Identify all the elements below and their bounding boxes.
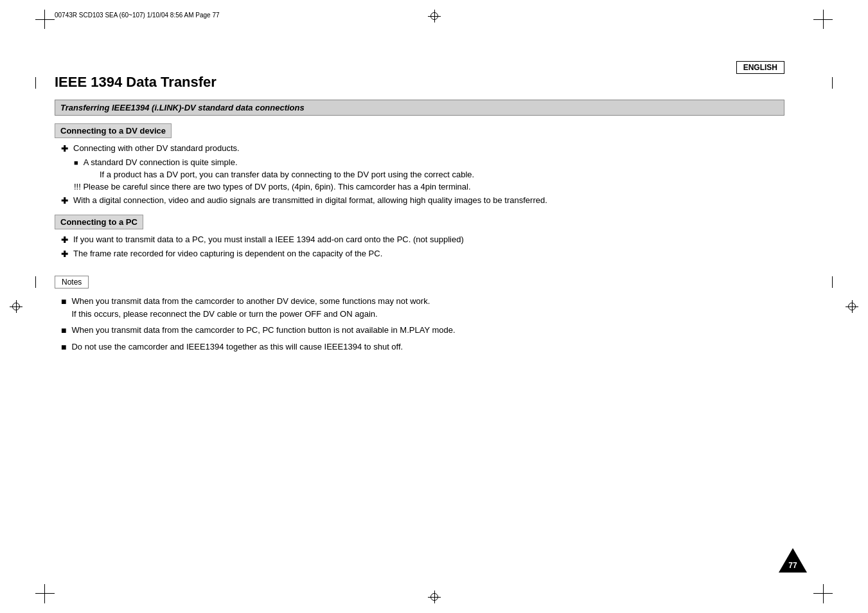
notes-label: Notes (55, 276, 89, 289)
bullet-item: !!! Please be careful since there are tw… (74, 182, 784, 191)
indent-text: If a product has a DV port, you can tran… (100, 170, 784, 179)
trim-mark (44, 584, 45, 603)
bullet-text: With a digital connection, video and aud… (73, 195, 547, 205)
subsection2-heading: Connecting to a PC (55, 215, 143, 229)
language-badge: ENGLISH (736, 61, 784, 74)
trim-mark (44, 10, 45, 29)
page-number-area: 77 (779, 548, 807, 574)
plus-icon: ✚ (61, 196, 68, 206)
note-text: Do not use the camcorder and IEEE1394 to… (71, 341, 403, 353)
plus-icon: ✚ (61, 235, 68, 245)
crosshair-left (10, 300, 22, 313)
plus-icon: ✚ (61, 144, 68, 154)
plus-icon: ✚ (61, 249, 68, 259)
bullet-item: ✚ With a digital connection, video and a… (61, 195, 784, 206)
square-bullet-icon: ■ (61, 296, 66, 306)
note-text: When you transmit data from the camcorde… (71, 295, 430, 320)
crosshair-top (428, 10, 441, 22)
note-item: ■ When you transmit data from the camcor… (61, 295, 784, 320)
trim-mark (823, 10, 824, 29)
side-line (832, 77, 833, 89)
bullet-text: If you want to transmit data to a PC, yo… (73, 235, 464, 244)
bullet-item: ✚ If you want to transmit data to a PC, … (61, 235, 784, 245)
square-bullet-icon: ■ (61, 342, 66, 352)
side-line (832, 276, 833, 288)
square-icon: ■ (74, 159, 78, 166)
trim-mark (35, 19, 55, 20)
trim-mark (35, 593, 55, 594)
content-area: IEEE 1394 Data Transfer Transferring IEE… (55, 74, 784, 562)
bullet-text: !!! Please be careful since there are tw… (74, 182, 471, 191)
page-title: IEEE 1394 Data Transfer (55, 74, 784, 91)
notes-section: ■ When you transmit data from the camcor… (61, 295, 784, 353)
bullet-text: Connecting with other DV standard produc… (73, 143, 240, 153)
crosshair-bottom (428, 591, 441, 603)
note-item: ■ Do not use the camcorder and IEEE1394 … (61, 341, 784, 353)
subsection1-heading: Connecting to a DV device (55, 123, 172, 138)
side-line (35, 77, 36, 89)
bullet-text: The frame rate recorded for video captur… (73, 249, 382, 258)
page-number: 77 (788, 561, 797, 570)
subsection1-bullets: ✚ Connecting with other DV standard prod… (61, 143, 784, 206)
trim-mark (823, 584, 824, 603)
section-heading-bar: Transferring IEEE1394 (i.LINK)-DV standa… (55, 100, 784, 116)
header-meta: 00743R SCD103 SEA (60~107) 1/10/04 8:56 … (55, 12, 220, 19)
square-bullet-icon: ■ (61, 325, 66, 335)
note-text: When you transmit data from the camcorde… (71, 324, 455, 337)
bullet-text: A standard DV connection is quite simple… (84, 157, 238, 167)
subsection2-bullets: ✚ If you want to transmit data to a PC, … (61, 235, 784, 259)
bullet-item: ■ A standard DV connection is quite simp… (74, 157, 784, 167)
bullet-item: ✚ Connecting with other DV standard prod… (61, 143, 784, 154)
note-item: ■ When you transmit data from the camcor… (61, 324, 784, 337)
side-line (35, 276, 36, 288)
bullet-item: ✚ The frame rate recorded for video capt… (61, 249, 784, 259)
page-container: 00743R SCD103 SEA (60~107) 1/10/04 8:56 … (0, 0, 868, 613)
crosshair-right (846, 300, 858, 313)
